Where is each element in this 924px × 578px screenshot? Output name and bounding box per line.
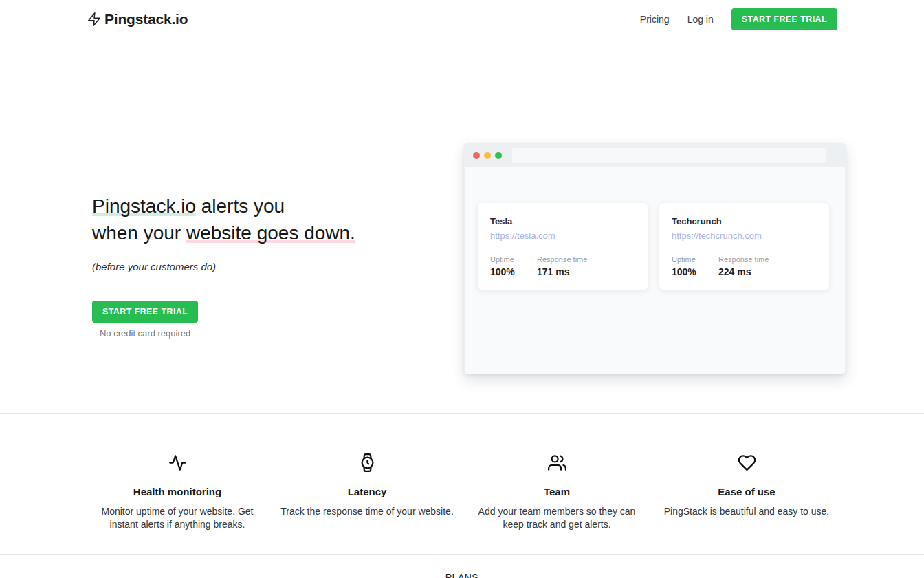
window-zoom-dot-icon	[495, 152, 502, 159]
heart-icon	[738, 462, 756, 474]
brand-name: Pingstack.io	[104, 11, 188, 28]
uptime-label: Uptime	[672, 255, 718, 264]
site-name: Tesla	[490, 216, 635, 226]
site-stats: Uptime 100% Response time 171 ms	[490, 255, 635, 277]
feature-health-monitoring: Health monitoring Monitor uptime of your…	[82, 453, 272, 531]
feature-description: PingStack is beautiful and easy to use.	[659, 505, 834, 518]
features-section: Health monitoring Monitor uptime of your…	[82, 453, 842, 531]
feature-description: Add your team members so they can keep t…	[470, 505, 644, 531]
hero-highlight-brand: Pingstack.io	[92, 195, 196, 217]
feature-description: Monitor uptime of your website. Get inst…	[90, 505, 265, 531]
header: Pingstack.io Pricing Log in START FREE T…	[0, 0, 924, 39]
nav-login-link[interactable]: Log in	[688, 14, 714, 25]
feature-title: Team	[469, 486, 645, 497]
site-url: https://techcrunch.com	[672, 231, 817, 241]
monitor-cards-row: Tesla https://tesla.com Uptime 100% Resp…	[465, 167, 845, 290]
no-credit-card-note: No credit card required	[92, 328, 198, 339]
activity-icon	[168, 462, 187, 474]
window-close-dot-icon	[473, 152, 480, 159]
monitor-card-techcrunch: Techcrunch https://techcrunch.com Uptime…	[659, 203, 829, 290]
site-stats: Uptime 100% Response time 224 ms	[672, 255, 817, 277]
feature-team: Team Add your team members so they can k…	[462, 453, 652, 531]
uptime-value: 100%	[490, 266, 537, 277]
feature-description: Track the response time of your website.	[280, 505, 454, 518]
feature-title: Latency	[279, 486, 455, 497]
hero-start-trial-button[interactable]: START FREE TRIAL	[92, 301, 198, 323]
feature-ease-of-use: Ease of use PingStack is beautiful and e…	[652, 453, 842, 531]
response-time-stat: Response time 171 ms	[537, 255, 587, 277]
uptime-value: 100%	[672, 266, 718, 277]
site-url: https://tesla.com	[490, 231, 635, 241]
browser-mockup: Tesla https://tesla.com Uptime 100% Resp…	[464, 143, 846, 374]
window-minimize-dot-icon	[484, 152, 491, 159]
plans-top-divider	[0, 554, 924, 555]
response-time-label: Response time	[537, 255, 587, 264]
watch-icon	[358, 462, 377, 474]
nav-pricing-link[interactable]: Pricing	[640, 14, 670, 25]
nav-start-trial-button[interactable]: START FREE TRIAL	[732, 8, 837, 30]
zap-icon	[87, 12, 102, 27]
browser-titlebar	[465, 144, 845, 167]
hero-subtext: (before your customers do)	[92, 261, 477, 272]
hero-heading: Pingstack.io alerts youwhen your website…	[92, 193, 477, 246]
hero-section: Pingstack.io alerts youwhen your website…	[0, 39, 924, 414]
response-time-label: Response time	[718, 255, 769, 264]
hero-line2-prefix: when your	[92, 222, 186, 244]
team-icon	[548, 462, 566, 474]
feature-title: Health monitoring	[89, 486, 265, 497]
brand-logo[interactable]: Pingstack.io	[87, 11, 188, 28]
site-name: Techcrunch	[672, 216, 817, 226]
response-time-value: 171 ms	[537, 266, 587, 277]
uptime-stat: Uptime 100%	[490, 255, 537, 277]
uptime-stat: Uptime 100%	[672, 255, 718, 277]
features-top-divider	[0, 413, 924, 414]
hero-copy: Pingstack.io alerts youwhen your website…	[92, 193, 477, 339]
monitor-card-tesla: Tesla https://tesla.com Uptime 100% Resp…	[478, 203, 648, 290]
hero-highlight-down: website goes down.	[186, 222, 355, 244]
response-time-stat: Response time 224 ms	[718, 255, 769, 277]
top-nav: Pricing Log in START FREE TRIAL	[640, 8, 837, 30]
hero-line1-rest: alerts you	[196, 195, 285, 217]
feature-latency: Latency Track the response time of your …	[272, 453, 462, 531]
feature-title: Ease of use	[659, 486, 835, 497]
plans-section-label: PLANS	[0, 572, 924, 578]
response-time-value: 224 ms	[718, 266, 769, 277]
hero-cta-group: START FREE TRIAL No credit card required	[92, 301, 198, 339]
mockup-address-bar	[512, 148, 826, 163]
uptime-label: Uptime	[490, 255, 537, 264]
